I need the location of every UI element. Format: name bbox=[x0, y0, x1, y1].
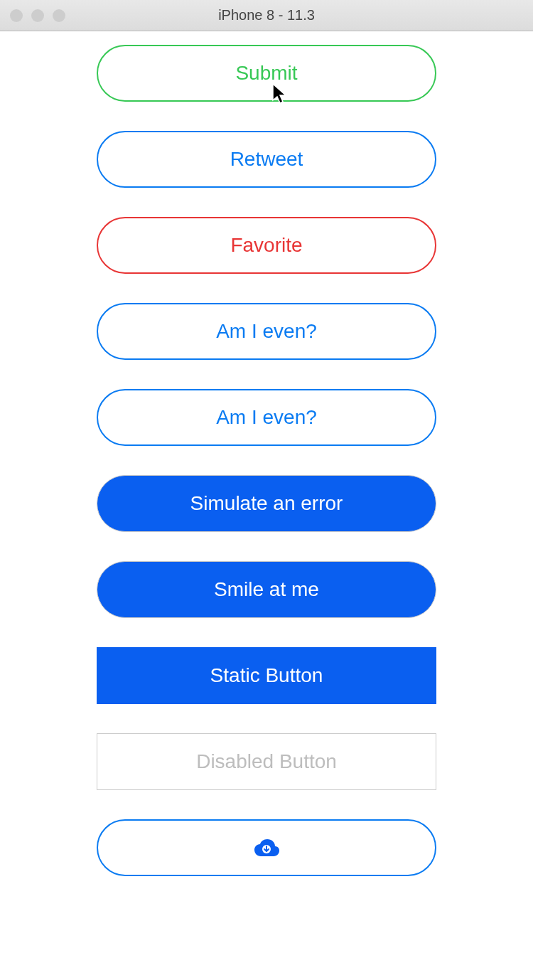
button-list: Submit Retweet Favorite Am I even? Am I … bbox=[0, 31, 533, 876]
smile-button-label: Smile at me bbox=[214, 578, 319, 601]
am-i-even-button-1-label: Am I even? bbox=[216, 320, 317, 343]
cloud-download-button[interactable] bbox=[97, 819, 436, 876]
window-title: iPhone 8 - 11.3 bbox=[218, 7, 315, 23]
cursor-icon bbox=[272, 83, 288, 106]
smile-button[interactable]: Smile at me bbox=[97, 561, 436, 618]
traffic-lights bbox=[10, 9, 65, 22]
disabled-button: Disabled Button bbox=[97, 733, 436, 790]
submit-button-label: Submit bbox=[235, 62, 297, 85]
static-button[interactable]: Static Button bbox=[97, 647, 436, 704]
simulate-error-button-label: Simulate an error bbox=[190, 492, 343, 515]
minimize-window-button[interactable] bbox=[31, 9, 44, 22]
favorite-button[interactable]: Favorite bbox=[97, 217, 436, 274]
maximize-window-button[interactable] bbox=[53, 9, 65, 22]
close-window-button[interactable] bbox=[10, 9, 23, 22]
submit-button[interactable]: Submit bbox=[97, 45, 436, 102]
favorite-button-label: Favorite bbox=[230, 234, 302, 257]
disabled-button-label: Disabled Button bbox=[196, 750, 337, 773]
window-titlebar: iPhone 8 - 11.3 bbox=[0, 0, 533, 31]
retweet-button[interactable]: Retweet bbox=[97, 131, 436, 188]
simulate-error-button[interactable]: Simulate an error bbox=[97, 475, 436, 532]
cloud-download-icon bbox=[252, 837, 281, 858]
am-i-even-button-1[interactable]: Am I even? bbox=[97, 303, 436, 360]
static-button-label: Static Button bbox=[210, 664, 323, 687]
retweet-button-label: Retweet bbox=[230, 148, 303, 171]
am-i-even-button-2-label: Am I even? bbox=[216, 406, 317, 429]
am-i-even-button-2[interactable]: Am I even? bbox=[97, 389, 436, 446]
